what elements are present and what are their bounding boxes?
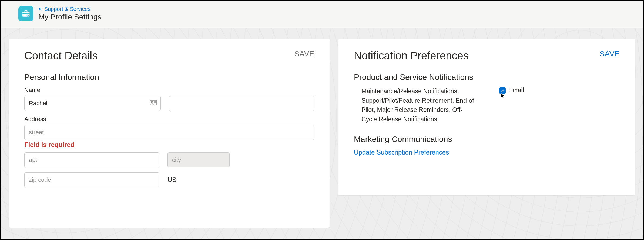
breadcrumb-link[interactable]: Support & Services	[44, 6, 90, 12]
save-notifications-button[interactable]: SAVE	[599, 50, 620, 58]
page-title: My Profile Settings	[38, 13, 101, 21]
name-label: Name	[24, 87, 314, 94]
header-titles: < Support & Services My Profile Settings	[38, 6, 101, 21]
chevron-left-icon: <	[38, 6, 42, 12]
content-area: Contact Details SAVE Personal Informatio…	[1, 28, 643, 228]
product-notifications-desc: Maintenance/Release Notifications, Suppo…	[361, 87, 478, 124]
page-header: < Support & Services My Profile Settings	[1, 1, 643, 28]
save-contact-button[interactable]: SAVE	[294, 50, 314, 58]
city-input[interactable]	[167, 152, 230, 167]
email-label: Email	[508, 87, 524, 94]
email-checkbox[interactable]	[499, 87, 506, 94]
first-name-input[interactable]	[24, 96, 161, 111]
street-error: Field is required	[24, 141, 314, 149]
svg-point-2	[151, 101, 153, 103]
country-text: US	[167, 176, 176, 184]
marketing-heading: Marketing Communications	[354, 135, 620, 144]
notification-preferences-card: Notification Preferences SAVE Product an…	[338, 39, 635, 195]
apt-input[interactable]	[24, 152, 159, 167]
notifications-card-title: Notification Preferences	[354, 50, 469, 62]
update-subscription-link[interactable]: Update Subscription Preferences	[354, 149, 449, 156]
id-card-icon	[150, 100, 157, 107]
contact-details-card: Contact Details SAVE Personal Informatio…	[9, 39, 330, 228]
product-notifications-heading: Product and Service Notifications	[354, 73, 620, 82]
zip-input[interactable]	[24, 172, 159, 187]
contact-card-title: Contact Details	[24, 50, 98, 62]
last-name-input[interactable]	[169, 96, 314, 111]
briefcase-icon	[18, 6, 33, 21]
street-input[interactable]	[24, 125, 314, 140]
address-label: Address	[24, 116, 314, 123]
personal-info-heading: Personal Information	[24, 73, 314, 82]
